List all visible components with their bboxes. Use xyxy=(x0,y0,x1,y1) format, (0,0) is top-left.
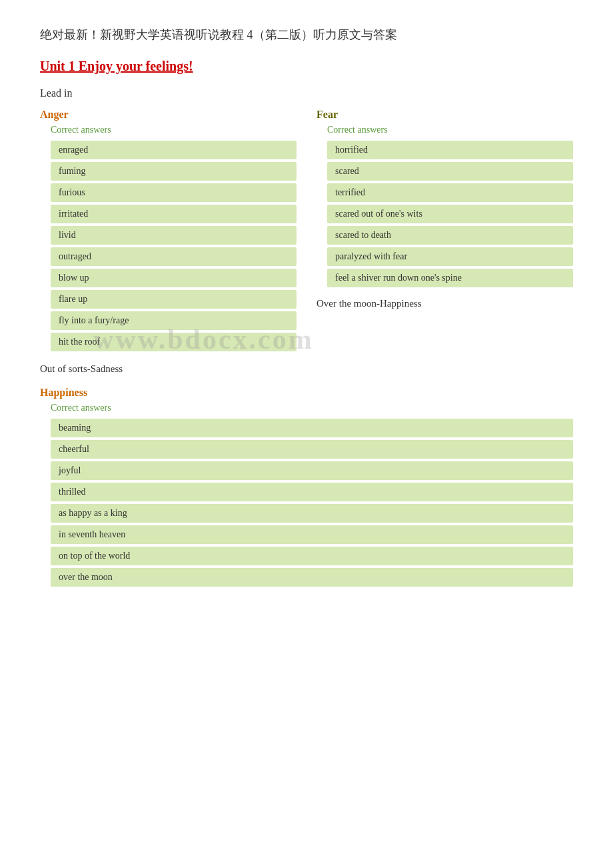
list-item: beaming xyxy=(51,419,573,437)
list-item: scared to death xyxy=(327,226,573,245)
fear-answer-list: horrified scared terrified scared out of… xyxy=(327,141,573,287)
anger-column: Anger Correct answers enraged fuming fur… xyxy=(40,109,297,351)
happiness-heading: Happiness xyxy=(40,387,573,399)
list-item: joyful xyxy=(51,461,573,480)
list-item: hit the roof xyxy=(51,333,297,351)
anger-answer-list: enraged fuming furious irritated livid o… xyxy=(51,141,297,351)
list-item: horrified xyxy=(327,141,573,159)
list-item: over the moon xyxy=(51,568,573,587)
happiness-answer-list: beaming cheerful joyful thrilled as happ… xyxy=(51,419,573,587)
list-item: terrified xyxy=(327,183,573,202)
list-item: paralyzed with fear xyxy=(327,247,573,266)
list-item: thrilled xyxy=(51,483,573,501)
list-item: enraged xyxy=(51,141,297,159)
anger-fear-section: Anger Correct answers enraged fuming fur… xyxy=(40,109,573,351)
list-item: livid xyxy=(51,226,297,245)
anger-heading: Anger xyxy=(40,109,297,121)
list-item: outraged xyxy=(51,247,297,266)
unit-heading: Unit 1 Enjoy your feelings! xyxy=(40,59,573,74)
list-item: furious xyxy=(51,183,297,202)
list-item-wrapper: fly into a fury/rage xyxy=(51,311,297,330)
anger-correct-answers-label: Correct answers xyxy=(51,125,297,135)
over-moon-line: Over the moon-Happiness xyxy=(316,298,573,309)
list-item: on top of the world xyxy=(51,547,573,565)
list-item: scared out of one's wits xyxy=(327,205,573,223)
list-item: fly into a fury/rage xyxy=(51,311,297,330)
list-item: irritated xyxy=(51,205,297,223)
happiness-correct-answers-label: Correct answers xyxy=(51,403,573,413)
list-item: scared xyxy=(327,162,573,181)
fear-column: Fear Correct answers horrified scared te… xyxy=(316,109,573,351)
out-of-sorts-label: Out of sorts-Sadness xyxy=(40,363,573,375)
list-item: as happy as a king xyxy=(51,504,573,523)
list-item: blow up xyxy=(51,269,297,287)
list-item: in seventh heaven xyxy=(51,525,573,544)
fear-heading: Fear xyxy=(316,109,573,121)
lead-in-label: Lead in xyxy=(40,87,573,99)
list-item: flare up xyxy=(51,290,297,309)
list-item: cheerful xyxy=(51,440,573,459)
fear-correct-answers-label: Correct answers xyxy=(327,125,573,135)
list-item: fuming xyxy=(51,162,297,181)
page-title: 绝对最新！新视野大学英语视听说教程 4（第二版）听力原文与答案 xyxy=(40,27,573,43)
list-item: feel a shiver run down one's spine xyxy=(327,269,573,287)
happiness-section: Happiness Correct answers beaming cheerf… xyxy=(40,387,573,587)
